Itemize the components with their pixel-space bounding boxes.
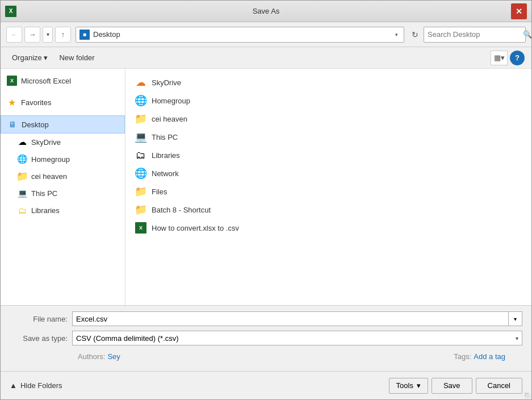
save-as-dialog: X Save As ✕ ← → ▾ ↑ ■ Desktop ▾ ↻ 🔍 Orga… (0, 0, 532, 400)
filename-dropdown-arrow[interactable]: ▾ (509, 311, 522, 326)
search-input[interactable] (428, 30, 523, 39)
address-dropdown-arrow[interactable]: ▾ (393, 32, 400, 38)
folder-file-icon: 📁 (135, 113, 147, 125)
dialog-title: Save As (253, 7, 280, 15)
sidebar-item-this-pc[interactable]: 💻 This PC (1, 185, 125, 202)
tags-label: Tags: (454, 352, 471, 361)
toolbar: Organize ▾ New folder ▦▾ ? (1, 47, 531, 69)
libraries-file-icon: 🗂 (135, 149, 147, 161)
sidebar-item-label: Microsoft Excel (21, 77, 71, 85)
star-nav-icon: ★ (6, 97, 18, 108)
skydrive-file-icon: ☁ (135, 76, 147, 89)
nav-bar: ← → ▾ ↑ ■ Desktop ▾ ↻ 🔍 (1, 22, 531, 47)
sidebar-item-cei-heaven[interactable]: 📁 cei heaven (1, 168, 125, 185)
shortcut-file-icon: 📁 (135, 203, 147, 216)
search-box: 🔍 (424, 27, 526, 43)
sidebar-item-libraries[interactable]: 🗂 Libraries (1, 202, 125, 219)
form-area: File name: ▾ Save as type: CSV (Comma de… (1, 305, 531, 371)
save-button[interactable]: Save (432, 378, 472, 394)
file-item-label: cei heaven (152, 115, 187, 123)
address-folder-icon: ■ (79, 30, 90, 40)
file-item-homegroup[interactable]: 🌐 Homegroup (125, 91, 531, 110)
app-icon: X (5, 6, 16, 17)
file-item-skydrive[interactable]: ☁ SkyDrive (125, 73, 531, 91)
filename-row: File name: ▾ (10, 311, 522, 326)
file-item-this-pc[interactable]: 💻 This PC (125, 128, 531, 146)
savetype-dropdown-arrow: ▾ (516, 335, 518, 341)
sidebar-item-microsoft-excel[interactable]: X Microsoft Excel (1, 72, 125, 89)
file-item-label: How to convert.xlsx to .csv (152, 224, 239, 232)
nav-dropdown-button[interactable]: ▾ (43, 27, 53, 43)
savetype-row: Save as type: CSV (Comma delimited) (*.c… (10, 331, 522, 345)
folder-nav-icon: 📁 (16, 170, 28, 182)
back-button[interactable]: ← (6, 27, 22, 43)
search-icon[interactable]: 🔍 (523, 30, 532, 39)
tools-button[interactable]: Tools ▾ (389, 378, 428, 394)
filename-input[interactable] (72, 311, 509, 326)
hide-folders-label: Hide Folders (20, 381, 62, 390)
cancel-button[interactable]: Cancel (476, 378, 522, 394)
sidebar-item-label: SkyDrive (31, 138, 61, 147)
tools-arrow: ▾ (417, 381, 421, 390)
close-button[interactable]: ✕ (511, 3, 527, 19)
footer-buttons: Tools ▾ Save Cancel (389, 378, 522, 394)
file-item-label: Homegroup (152, 97, 190, 105)
authors-value[interactable]: Sey (107, 352, 120, 361)
title-bar: X Save As ✕ (1, 1, 531, 22)
file-item-label: Network (152, 169, 179, 178)
sidebar-item-homegroup[interactable]: 🌐 Homegroup (1, 151, 125, 168)
organize-button[interactable]: Organize ▾ (7, 51, 52, 65)
excel-file-icon: X (135, 222, 147, 234)
help-button[interactable]: ? (510, 51, 525, 65)
file-item-network[interactable]: 🌐 Network (125, 164, 531, 182)
homegroup-nav-icon: 🌐 (16, 153, 28, 165)
skydrive-nav-icon: ☁ (16, 136, 28, 148)
libraries-nav-icon: 🗂 (16, 205, 28, 216)
sidebar-item-label: This PC (31, 189, 57, 198)
tools-label: Tools (396, 381, 413, 390)
footer: ▲ Hide Folders Tools ▾ Save Cancel (1, 371, 531, 399)
tags-value[interactable]: Add a tag (474, 352, 505, 361)
file-item-label: This PC (152, 133, 178, 141)
savetype-value: CSV (Comma delimited) (*.csv) (76, 334, 179, 343)
address-bar: ■ Desktop ▾ (76, 27, 404, 43)
file-item-how-to-convert[interactable]: X How to convert.xlsx to .csv (125, 219, 531, 237)
homegroup-file-icon: 🌐 (135, 94, 147, 107)
sidebar-item-label: cei heaven (31, 172, 67, 181)
sidebar-item-desktop[interactable]: 🖥 Desktop (1, 115, 125, 134)
hide-folders-button[interactable]: ▲ Hide Folders (10, 381, 62, 390)
file-item-label: Libraries (152, 151, 180, 160)
file-item-label: Files (152, 188, 167, 196)
sidebar-item-label: Homegroup (31, 155, 70, 164)
forward-button[interactable]: → (24, 27, 40, 43)
view-button[interactable]: ▦▾ (491, 51, 508, 65)
sidebar-item-favorites[interactable]: ★ Favorites (1, 94, 125, 111)
resize-handle[interactable] (525, 393, 530, 398)
savetype-select[interactable]: CSV (Comma delimited) (*.csv) ▾ (72, 331, 522, 345)
savetype-label: Save as type: (10, 334, 72, 343)
file-item-label: Batch 8 - Shortcut (152, 206, 211, 214)
desktop-nav-icon: 🖥 (7, 119, 18, 130)
files-panel: ☁ SkyDrive 🌐 Homegroup 📁 cei heaven (125, 69, 531, 305)
sidebar-item-skydrive[interactable]: ☁ SkyDrive (1, 134, 125, 151)
file-item-cei-heaven[interactable]: 📁 cei heaven (125, 110, 531, 128)
excel-nav-icon: X (6, 75, 18, 86)
nav-panel: X Microsoft Excel ★ Favorites 🖥 Desktop (1, 69, 125, 305)
sidebar-item-label: Favorites (21, 98, 51, 107)
file-item-files[interactable]: 📁 Files (125, 182, 531, 201)
files-file-icon: 📁 (135, 185, 147, 198)
file-item-libraries[interactable]: 🗂 Libraries (125, 146, 531, 164)
hide-folders-icon: ▲ (10, 381, 17, 390)
file-item-label: SkyDrive (152, 78, 181, 87)
network-file-icon: 🌐 (135, 167, 147, 180)
address-text: Desktop (93, 30, 393, 39)
up-button[interactable]: ↑ (55, 27, 71, 43)
thispc-file-icon: 💻 (135, 131, 147, 143)
sidebar-item-label: Libraries (31, 206, 60, 215)
thispc-nav-icon: 💻 (16, 188, 28, 199)
file-item-batch8[interactable]: 📁 Batch 8 - Shortcut (125, 201, 531, 219)
authors-label: Authors: (78, 352, 105, 361)
refresh-button[interactable]: ↻ (409, 28, 421, 41)
sidebar-item-label: Desktop (22, 120, 49, 129)
new-folder-button[interactable]: New folder (55, 51, 99, 65)
